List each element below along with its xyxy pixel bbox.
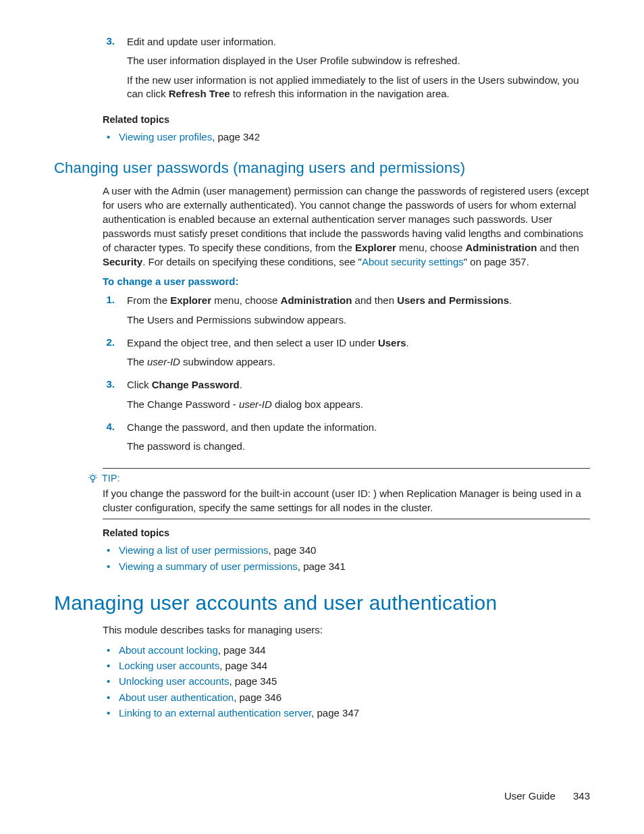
link-viewing-list-user-permissions[interactable]: Viewing a list of user permissions: [119, 544, 268, 556]
footer-label: User Guide: [504, 790, 556, 802]
link-unlocking-user-accounts[interactable]: Unlocking user accounts: [119, 675, 229, 687]
step-result: The user-ID subwindow appears.: [127, 355, 590, 369]
link-about-security-settings[interactable]: About security settings: [362, 256, 464, 267]
step-number: 4.: [103, 421, 115, 459]
step-number: 3.: [103, 35, 115, 106]
related-topics-list: Viewing a list of user permissions, page…: [54, 542, 590, 574]
step-text: Expand the object tree, and then select …: [127, 336, 590, 350]
related-topics-list: Viewing user profiles, page 342: [54, 129, 590, 145]
list-item: Viewing a summary of user permissions, p…: [119, 558, 590, 574]
svg-line-6: [90, 475, 90, 475]
link-viewing-user-profiles[interactable]: Viewing user profiles: [119, 131, 212, 142]
step-number: 3.: [103, 378, 115, 417]
step-text: Click Change Password.: [127, 378, 590, 392]
step-result: The Users and Permissions subwindow appe…: [127, 313, 590, 327]
ordered-list-top: 3. Edit and update user information. The…: [54, 35, 590, 106]
tip-rule-bottom: [103, 519, 590, 519]
lightbulb-icon: [88, 473, 98, 484]
list-item: About account locking, page 344: [119, 642, 590, 658]
tip-header: TIP:: [88, 473, 590, 484]
step-3: 3. Edit and update user information. The…: [103, 35, 590, 106]
list-item: Unlocking user accounts, page 345: [119, 673, 590, 689]
link-viewing-summary-user-permissions[interactable]: Viewing a summary of user permissions: [119, 561, 298, 572]
related-topics-heading: Related topics: [103, 527, 590, 538]
step-result: The Change Password - user-ID dialog box…: [127, 398, 590, 411]
step-body: Edit and update user information. The us…: [127, 35, 590, 106]
proc-step-4: 4. Change the password, and then update …: [103, 421, 590, 459]
tip-body: If you change the password for the built…: [103, 486, 590, 515]
heading-managing-user-accounts: Managing user accounts and user authenti…: [54, 592, 590, 615]
refresh-tree-label: Refresh Tree: [169, 88, 230, 99]
list-item: Locking user accounts, page 344: [119, 658, 590, 673]
tip-rule-top: [103, 468, 590, 469]
page-number: 343: [573, 790, 590, 802]
list-item: Viewing user profiles, page 342: [119, 129, 590, 145]
step-number: 1.: [103, 294, 115, 332]
step-number: 2.: [103, 336, 115, 375]
related-topics-heading: Related topics: [103, 114, 590, 125]
section1-intro: A user with the Admin (user management) …: [103, 184, 590, 269]
list-item: Linking to an external authentication se…: [119, 705, 590, 721]
page-footer: User Guide 343: [504, 790, 590, 802]
procedure-title: To change a user password:: [103, 276, 590, 287]
svg-line-7: [96, 475, 97, 475]
heading-changing-passwords: Changing user passwords (managing users …: [54, 159, 590, 177]
step-text: From the Explorer menu, choose Administr…: [127, 294, 590, 307]
section2-topic-list: About account locking, page 344 Locking …: [54, 642, 590, 721]
step-para: If the new user information is not appli…: [127, 74, 590, 101]
tip-box: TIP: If you change the password for the …: [103, 468, 590, 519]
step-para: The user information displayed in the Us…: [127, 54, 590, 68]
link-about-user-authentication[interactable]: About user authentication: [119, 692, 234, 703]
step-text: Edit and update user information.: [127, 35, 590, 49]
procedure-steps: 1. From the Explorer menu, choose Admini…: [54, 294, 590, 459]
svg-point-0: [90, 475, 95, 479]
tip-label: TIP:: [102, 473, 120, 484]
list-item: Viewing a list of user permissions, page…: [119, 542, 590, 558]
list-item: About user authentication, page 346: [119, 689, 590, 705]
step-text: Change the password, and then update the…: [127, 421, 590, 434]
proc-step-1: 1. From the Explorer menu, choose Admini…: [103, 294, 590, 332]
link-linking-external-auth-server[interactable]: Linking to an external authentication se…: [119, 707, 311, 719]
step-result: The password is changed.: [127, 440, 590, 453]
link-locking-user-accounts[interactable]: Locking user accounts: [119, 660, 219, 671]
link-about-account-locking[interactable]: About account locking: [119, 644, 218, 656]
proc-step-3: 3. Click Change Password. The Change Pas…: [103, 378, 590, 417]
proc-step-2: 2. Expand the object tree, and then sele…: [103, 336, 590, 375]
page-content: 3. Edit and update user information. The…: [54, 35, 590, 726]
section2-intro: This module describes tasks for managing…: [103, 623, 590, 637]
